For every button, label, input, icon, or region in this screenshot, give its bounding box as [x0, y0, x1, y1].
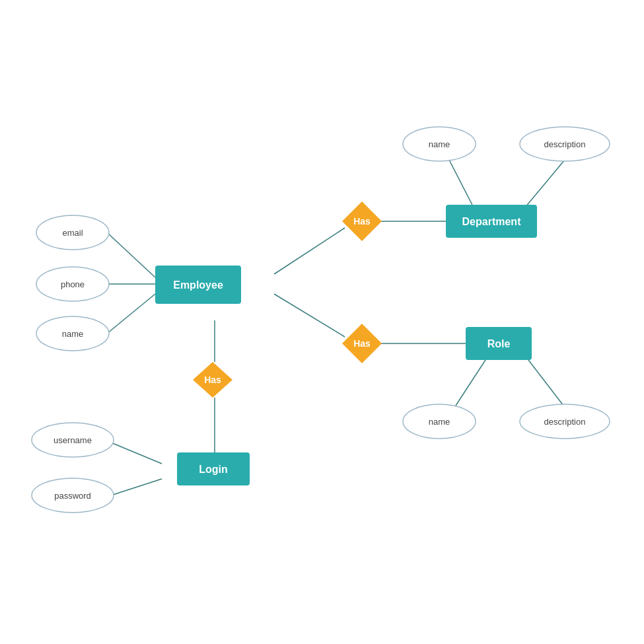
attr-role-name-label: name [429, 417, 450, 427]
connector-role-name [456, 360, 485, 406]
connector-emp-email [107, 233, 155, 277]
entity-employee-label: Employee [173, 279, 223, 291]
connector-login-password [111, 479, 162, 495]
attr-dept-name-label: name [429, 139, 450, 149]
attr-emp-email-label: email [62, 228, 83, 238]
connector-emp-hasrole1 [274, 294, 345, 337]
connector-dept-desc [522, 160, 565, 211]
attr-dept-desc-label: description [544, 139, 586, 149]
connector-emp-name [107, 294, 155, 334]
attr-login-username-label: username [54, 435, 92, 445]
entity-login-label: Login [199, 464, 228, 475]
attr-login-password-label: password [54, 491, 91, 501]
relation-has-role-label: Has [353, 338, 371, 349]
entity-role-label: Role [487, 338, 511, 349]
relation-has-login-label: Has [204, 375, 221, 385]
connector-dept-name [449, 160, 476, 211]
connector-login-username [111, 443, 162, 464]
relation-has-dept-label: Has [353, 216, 371, 227]
connector-role-desc [528, 360, 563, 406]
attr-emp-name-label: name [62, 329, 84, 339]
attr-role-desc-label: description [544, 417, 586, 427]
entity-department-label: Department [462, 216, 522, 227]
connector-emp-hasdept1 [274, 228, 345, 274]
attr-emp-phone-label: phone [61, 279, 85, 289]
er-diagram: email phone name name description name d… [0, 0, 644, 644]
